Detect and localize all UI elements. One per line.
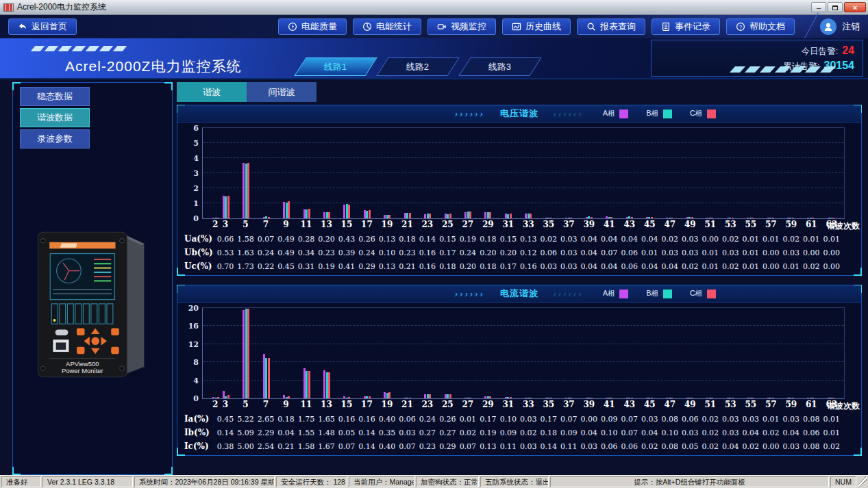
table-cell: 0.03: [682, 248, 699, 257]
x-tick-label: 17: [361, 220, 373, 229]
table-cell: 0.45: [277, 262, 295, 271]
nav-video-monitor-button[interactable]: 视频监控: [427, 18, 496, 35]
bar: [631, 398, 633, 398]
sidebar-item-harmonic-data[interactable]: 谐波数据: [20, 108, 90, 127]
resize-grip[interactable]: [858, 476, 867, 487]
table-cell: 0.13: [520, 235, 537, 244]
x-tick-label: 11: [301, 220, 312, 229]
bar: [610, 398, 612, 398]
table-cell: 0.03: [520, 415, 537, 424]
table-cell: 0.18: [277, 415, 295, 424]
x-tick-label: 37: [563, 400, 575, 409]
nav-event-log-button[interactable]: 事件记录: [652, 18, 720, 35]
sidebar-item-steady-data[interactable]: 稳态数据: [20, 87, 90, 106]
nav-help-docs-button[interactable]: ? 帮助文档: [726, 18, 795, 35]
bar: [812, 218, 814, 218]
table-value-layer: 0.661.580.070.490.280.200.430.260.130.18…: [202, 232, 845, 246]
tab-harmonics[interactable]: 谐波: [177, 82, 247, 102]
nav-history-curve-button[interactable]: 历史曲线: [502, 18, 571, 35]
x-tick-label: 53: [725, 220, 736, 229]
legend: A相B相C相: [603, 285, 716, 302]
tab-interharmonics[interactable]: 间谐波: [247, 82, 317, 102]
x-tick-label: 39: [584, 400, 595, 409]
table-cell: 0.17: [541, 415, 558, 424]
device-photo: APView500 Power Moniter: [13, 229, 172, 381]
table-cell: 0.04: [581, 235, 598, 244]
bar: [288, 396, 290, 398]
status-wufang-state: 五防系统状态：退出: [480, 476, 549, 487]
back-home-button[interactable]: 返回首页: [8, 18, 77, 35]
chart-area: 048121620: [177, 303, 861, 399]
table-cell: 0.06: [601, 442, 618, 451]
minimize-button[interactable]: –: [811, 2, 826, 12]
os-titlebar: Acrel-2000电力监控系统 – ×: [0, 0, 868, 15]
table-cell: 0.01: [743, 262, 760, 271]
x-tick-label: 57: [765, 400, 777, 409]
table-cell: 0.17: [500, 262, 517, 271]
table-cell: 0.01: [762, 235, 780, 244]
maximize-button[interactable]: [828, 2, 843, 12]
legend-item: C相: [690, 289, 716, 298]
table-cell: 0.09: [560, 428, 578, 437]
panel-title: 电流谐波: [500, 287, 538, 300]
gridline: [203, 380, 844, 381]
x-tick-label: 19: [382, 220, 393, 229]
table-cell: 0.01: [783, 262, 800, 271]
table-cell: 0.01: [823, 428, 841, 437]
y-tick-label: 4: [179, 376, 199, 385]
table-cell: 0.43: [338, 235, 356, 244]
x-tick-label: 5: [243, 220, 248, 229]
tab-line2[interactable]: 线路2: [376, 57, 460, 76]
bar: [308, 371, 310, 398]
table-cell: 0.02: [682, 262, 699, 271]
table-cell: 0.01: [762, 415, 780, 424]
bar: [489, 212, 491, 218]
tab-line1[interactable]: 线路1: [294, 57, 377, 76]
pie-chart-icon: [362, 22, 372, 31]
table-cell: 0.01: [702, 262, 719, 271]
table-cell: 0.17: [480, 415, 497, 424]
table-cell: 0.31: [298, 262, 315, 271]
x-tick-label: 29: [482, 400, 494, 409]
legend-label: C相: [690, 109, 702, 118]
table-cell: 0.18: [480, 262, 497, 271]
window-title: Acrel-2000电力监控系统: [17, 1, 810, 13]
legend-swatch: [707, 110, 716, 118]
x-tick-label: 25: [442, 220, 454, 229]
tab-line3[interactable]: 线路3: [458, 57, 542, 76]
bar: [369, 210, 371, 218]
panel-title: 电压谐波: [500, 107, 538, 120]
table-cell: 1.58: [298, 442, 315, 451]
x-tick-label: 29: [482, 220, 494, 229]
table-cell: 0.07: [621, 428, 638, 437]
bar: [388, 215, 390, 218]
bar: [388, 392, 390, 398]
logout-button[interactable]: 注销: [820, 18, 860, 35]
gridline: [203, 142, 844, 143]
bar: [530, 398, 532, 398]
nav-power-quality-button[interactable]: 电能质量: [278, 18, 347, 35]
table-cell: 0.02: [702, 415, 719, 424]
table-cell: 0.14: [419, 235, 436, 244]
sidebar-item-wave-record-params[interactable]: 录波参数: [20, 129, 90, 149]
x-tick-label: 25: [442, 400, 454, 409]
table-cell: 0.07: [621, 415, 638, 424]
content-area: 谐波 间谐波 ›››››› 电压谐波 ‹‹‹‹‹‹ A相B相C相 0123456: [177, 82, 862, 475]
table-cell: 0.02: [722, 235, 739, 244]
table-cell: 0.03: [399, 428, 416, 437]
nav-report-query-button[interactable]: 报表查询: [577, 18, 645, 35]
close-button[interactable]: ×: [844, 2, 866, 12]
table-cell: 0.08: [803, 442, 820, 451]
gridline: [203, 172, 844, 173]
bar: [227, 196, 230, 218]
diagonal-separator: [803, 12, 818, 40]
table-cell: 0.00: [581, 415, 598, 424]
nav-energy-stats-button[interactable]: 电能统计: [353, 18, 421, 35]
left-sidebar: 稳态数据 谐波数据 录波参数: [12, 82, 173, 475]
maximize-icon: [832, 5, 838, 10]
arrows-left-decoration: ‹‹‹‹‹‹: [552, 289, 584, 299]
table-cell: 0.14: [358, 428, 375, 437]
table-cell: 0.11: [560, 442, 578, 451]
table-cell: 0.00: [823, 248, 841, 257]
legend-label: A相: [603, 289, 615, 298]
